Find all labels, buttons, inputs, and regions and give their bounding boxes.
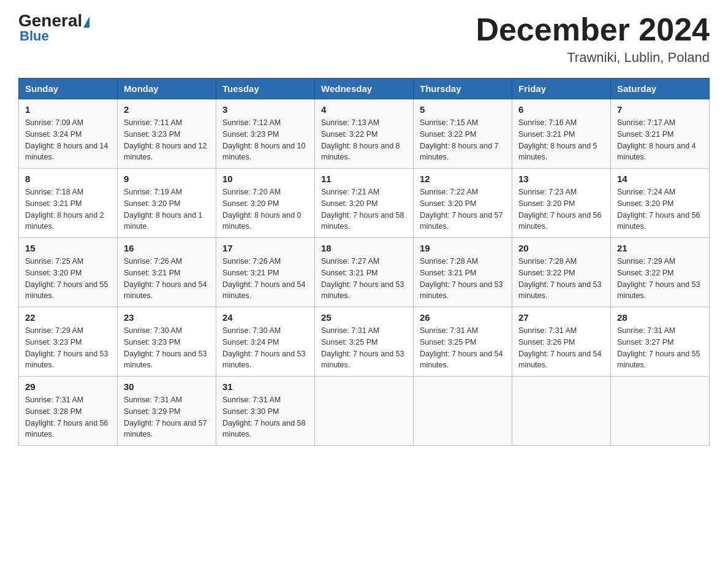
day-info: Sunrise: 7:15 AMSunset: 3:22 PMDaylight:… bbox=[420, 117, 506, 163]
day-number: 29 bbox=[25, 381, 111, 392]
day-number: 18 bbox=[321, 243, 407, 253]
calendar-cell: 17Sunrise: 7:26 AMSunset: 3:21 PMDayligh… bbox=[216, 238, 315, 307]
calendar-cell: 13Sunrise: 7:23 AMSunset: 3:20 PMDayligh… bbox=[512, 169, 611, 238]
calendar-cell: 12Sunrise: 7:22 AMSunset: 3:20 PMDayligh… bbox=[414, 169, 512, 238]
calendar-cell: 27Sunrise: 7:31 AMSunset: 3:26 PMDayligh… bbox=[512, 307, 611, 377]
day-info: Sunrise: 7:28 AMSunset: 3:21 PMDaylight:… bbox=[420, 256, 506, 302]
day-number: 31 bbox=[222, 381, 308, 392]
day-number: 11 bbox=[321, 174, 407, 184]
day-info: Sunrise: 7:26 AMSunset: 3:21 PMDaylight:… bbox=[124, 256, 210, 302]
day-number: 3 bbox=[222, 104, 308, 115]
day-info: Sunrise: 7:26 AMSunset: 3:21 PMDaylight:… bbox=[222, 256, 308, 302]
weekday-header-row: SundayMondayTuesdayWednesdayThursdayFrid… bbox=[19, 79, 710, 99]
day-info: Sunrise: 7:31 AMSunset: 3:28 PMDaylight:… bbox=[25, 394, 111, 440]
calendar-cell bbox=[414, 377, 512, 446]
day-number: 2 bbox=[124, 104, 210, 115]
day-number: 27 bbox=[518, 312, 604, 323]
day-number: 26 bbox=[420, 312, 506, 323]
day-info: Sunrise: 7:13 AMSunset: 3:22 PMDaylight:… bbox=[321, 117, 407, 163]
logo-blue: Blue bbox=[20, 28, 49, 44]
day-number: 22 bbox=[25, 312, 111, 323]
calendar-cell bbox=[611, 377, 710, 446]
calendar-cell: 14Sunrise: 7:24 AMSunset: 3:20 PMDayligh… bbox=[611, 169, 710, 238]
day-info: Sunrise: 7:23 AMSunset: 3:20 PMDaylight:… bbox=[518, 186, 604, 232]
weekday-header-monday: Monday bbox=[118, 79, 216, 99]
weekday-header-sunday: Sunday bbox=[19, 79, 118, 99]
day-info: Sunrise: 7:31 AMSunset: 3:26 PMDaylight:… bbox=[518, 325, 604, 371]
weekday-header-tuesday: Tuesday bbox=[216, 79, 315, 99]
calendar-cell: 15Sunrise: 7:25 AMSunset: 3:20 PMDayligh… bbox=[19, 238, 118, 307]
day-info: Sunrise: 7:22 AMSunset: 3:20 PMDaylight:… bbox=[420, 186, 506, 232]
title-area: December 2024 Trawniki, Lublin, Poland bbox=[476, 12, 710, 66]
day-number: 12 bbox=[420, 174, 506, 184]
calendar-cell: 28Sunrise: 7:31 AMSunset: 3:27 PMDayligh… bbox=[611, 307, 710, 377]
calendar-week-4: 22Sunrise: 7:29 AMSunset: 3:23 PMDayligh… bbox=[19, 307, 710, 377]
day-number: 23 bbox=[124, 312, 210, 323]
day-info: Sunrise: 7:18 AMSunset: 3:21 PMDaylight:… bbox=[25, 186, 111, 232]
calendar-cell: 6Sunrise: 7:16 AMSunset: 3:21 PMDaylight… bbox=[512, 99, 611, 169]
day-info: Sunrise: 7:30 AMSunset: 3:24 PMDaylight:… bbox=[222, 325, 308, 371]
day-info: Sunrise: 7:20 AMSunset: 3:20 PMDaylight:… bbox=[222, 186, 308, 232]
calendar-cell: 31Sunrise: 7:31 AMSunset: 3:30 PMDayligh… bbox=[216, 377, 315, 446]
day-number: 13 bbox=[518, 174, 604, 184]
calendar-cell: 1Sunrise: 7:09 AMSunset: 3:24 PMDaylight… bbox=[19, 99, 118, 169]
day-number: 24 bbox=[222, 312, 308, 323]
day-info: Sunrise: 7:16 AMSunset: 3:21 PMDaylight:… bbox=[518, 117, 604, 163]
calendar-table: SundayMondayTuesdayWednesdayThursdayFrid… bbox=[18, 78, 710, 446]
calendar-cell: 18Sunrise: 7:27 AMSunset: 3:21 PMDayligh… bbox=[315, 238, 414, 307]
weekday-header-thursday: Thursday bbox=[414, 79, 512, 99]
day-info: Sunrise: 7:24 AMSunset: 3:20 PMDaylight:… bbox=[617, 186, 703, 232]
calendar-cell: 9Sunrise: 7:19 AMSunset: 3:20 PMDaylight… bbox=[118, 169, 216, 238]
day-number: 9 bbox=[124, 174, 210, 184]
day-number: 5 bbox=[420, 104, 506, 115]
day-info: Sunrise: 7:21 AMSunset: 3:20 PMDaylight:… bbox=[321, 186, 407, 232]
header: General Blue December 2024 Trawniki, Lub… bbox=[18, 12, 710, 66]
day-info: Sunrise: 7:31 AMSunset: 3:30 PMDaylight:… bbox=[222, 394, 308, 440]
weekday-header-friday: Friday bbox=[512, 79, 611, 99]
calendar-cell: 25Sunrise: 7:31 AMSunset: 3:25 PMDayligh… bbox=[315, 307, 414, 377]
day-number: 4 bbox=[321, 104, 407, 115]
month-title: December 2024 bbox=[476, 12, 710, 47]
day-number: 21 bbox=[617, 243, 703, 253]
calendar-cell: 3Sunrise: 7:12 AMSunset: 3:23 PMDaylight… bbox=[216, 99, 315, 169]
day-number: 14 bbox=[617, 174, 703, 184]
calendar-cell: 21Sunrise: 7:29 AMSunset: 3:22 PMDayligh… bbox=[611, 238, 710, 307]
day-number: 20 bbox=[518, 243, 604, 253]
day-number: 17 bbox=[222, 243, 308, 253]
day-info: Sunrise: 7:27 AMSunset: 3:21 PMDaylight:… bbox=[321, 256, 407, 302]
day-info: Sunrise: 7:25 AMSunset: 3:20 PMDaylight:… bbox=[25, 256, 111, 302]
day-info: Sunrise: 7:12 AMSunset: 3:23 PMDaylight:… bbox=[222, 117, 308, 163]
day-info: Sunrise: 7:29 AMSunset: 3:22 PMDaylight:… bbox=[617, 256, 703, 302]
day-info: Sunrise: 7:31 AMSunset: 3:29 PMDaylight:… bbox=[124, 394, 210, 440]
calendar-body: 1Sunrise: 7:09 AMSunset: 3:24 PMDaylight… bbox=[19, 99, 710, 446]
weekday-header-saturday: Saturday bbox=[611, 79, 710, 99]
day-info: Sunrise: 7:19 AMSunset: 3:20 PMDaylight:… bbox=[124, 186, 210, 232]
calendar-cell: 23Sunrise: 7:30 AMSunset: 3:23 PMDayligh… bbox=[118, 307, 216, 377]
day-info: Sunrise: 7:09 AMSunset: 3:24 PMDaylight:… bbox=[25, 117, 111, 163]
location-title: Trawniki, Lublin, Poland bbox=[476, 50, 710, 66]
calendar-cell: 19Sunrise: 7:28 AMSunset: 3:21 PMDayligh… bbox=[414, 238, 512, 307]
day-info: Sunrise: 7:31 AMSunset: 3:25 PMDaylight:… bbox=[420, 325, 506, 371]
day-number: 16 bbox=[124, 243, 210, 253]
calendar-cell: 26Sunrise: 7:31 AMSunset: 3:25 PMDayligh… bbox=[414, 307, 512, 377]
calendar-cell: 24Sunrise: 7:30 AMSunset: 3:24 PMDayligh… bbox=[216, 307, 315, 377]
logo-general: General bbox=[18, 12, 89, 29]
calendar-cell: 11Sunrise: 7:21 AMSunset: 3:20 PMDayligh… bbox=[315, 169, 414, 238]
calendar-cell: 29Sunrise: 7:31 AMSunset: 3:28 PMDayligh… bbox=[19, 377, 118, 446]
calendar-cell: 20Sunrise: 7:28 AMSunset: 3:22 PMDayligh… bbox=[512, 238, 611, 307]
day-number: 7 bbox=[617, 104, 703, 115]
calendar-week-1: 1Sunrise: 7:09 AMSunset: 3:24 PMDaylight… bbox=[19, 99, 710, 169]
day-number: 6 bbox=[518, 104, 604, 115]
calendar-cell: 16Sunrise: 7:26 AMSunset: 3:21 PMDayligh… bbox=[118, 238, 216, 307]
calendar-week-5: 29Sunrise: 7:31 AMSunset: 3:28 PMDayligh… bbox=[19, 377, 710, 446]
day-number: 25 bbox=[321, 312, 407, 323]
logo-triangle-icon bbox=[83, 17, 89, 28]
day-info: Sunrise: 7:31 AMSunset: 3:25 PMDaylight:… bbox=[321, 325, 407, 371]
day-number: 28 bbox=[617, 312, 703, 323]
calendar-cell: 8Sunrise: 7:18 AMSunset: 3:21 PMDaylight… bbox=[19, 169, 118, 238]
day-info: Sunrise: 7:29 AMSunset: 3:23 PMDaylight:… bbox=[25, 325, 111, 371]
day-info: Sunrise: 7:28 AMSunset: 3:22 PMDaylight:… bbox=[518, 256, 604, 302]
weekday-header-wednesday: Wednesday bbox=[315, 79, 414, 99]
calendar-cell: 30Sunrise: 7:31 AMSunset: 3:29 PMDayligh… bbox=[118, 377, 216, 446]
day-info: Sunrise: 7:30 AMSunset: 3:23 PMDaylight:… bbox=[124, 325, 210, 371]
